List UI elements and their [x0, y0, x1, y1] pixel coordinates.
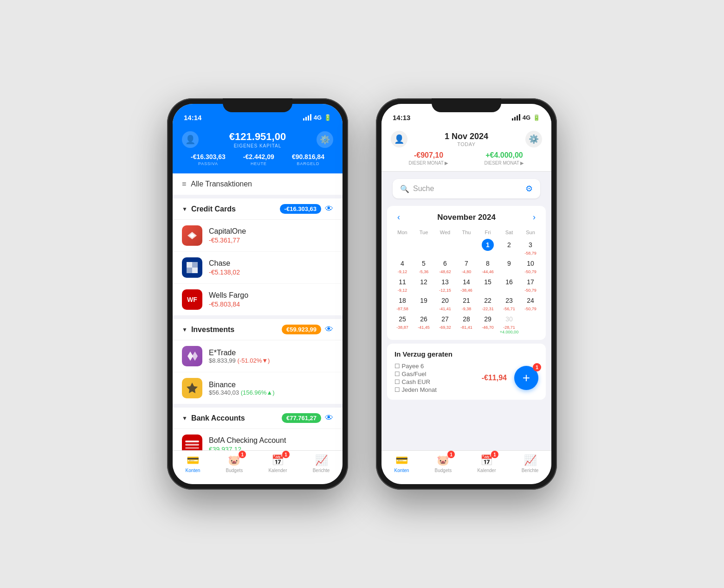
cal-cell[interactable]: 8-44,46 [477, 256, 498, 275]
cal-cell[interactable]: 11-9,12 [392, 275, 413, 294]
tab-budgets-2[interactable]: 🐷 1 Budgets [435, 454, 452, 473]
eye-icon-bank[interactable]: 👁 [325, 413, 333, 423]
cal-cell[interactable]: 15 [477, 275, 498, 294]
cal-cell[interactable]: 23-56,71 [498, 294, 520, 312]
cal-cell[interactable]: 14-38,46 [456, 275, 477, 294]
stat-passiva-label: PASSIVA [191, 161, 226, 166]
cal-cell[interactable]: 22-22,31 [477, 294, 498, 312]
cal-cell[interactable]: 5-5,36 [413, 256, 434, 275]
cal-cell[interactable]: 24-50,79 [520, 294, 541, 312]
investments-header[interactable]: ▼ Investments €59.923,99 👁 [173, 319, 343, 340]
group-arrow-bank: ▼ [182, 415, 187, 422]
cal-cell[interactable]: 10-50,79 [520, 256, 541, 275]
weekday-wed: Wed [434, 229, 456, 236]
cal-day [460, 239, 472, 251]
cal-cell[interactable] [456, 238, 477, 256]
account-etrade[interactable]: E*Trade $8.833,99 (-51.02%▼) [173, 340, 343, 372]
tab-kalender-2[interactable]: 📅 1 Kalender [477, 454, 496, 473]
bank-accounts-header[interactable]: ▼ Bank Accounts €77.761,27 👁 [173, 408, 343, 429]
settings-button-2[interactable]: ⚙️ [525, 131, 542, 147]
cal-cell[interactable] [392, 238, 413, 256]
status-time-2: 14:13 [393, 114, 410, 121]
cal-cell[interactable]: 20-41,41 [434, 294, 456, 312]
account-capitalone[interactable]: CapitalOne -€5.361,77 [173, 220, 343, 252]
cal-cell[interactable]: 30-28,71+4.000,00 [498, 312, 520, 335]
account-bofa[interactable]: BofA Checking Account €39.937,12 [173, 429, 343, 450]
account-wellsfargo[interactable]: WF Wells Fargo -€5.803,84 [173, 284, 343, 315]
total-label: EIGENES KAPITAL [229, 143, 286, 148]
cal-cell[interactable] [413, 238, 434, 256]
cal-cell[interactable]: 1 [477, 238, 498, 256]
calendar-nav: ‹ November 2024 › [392, 211, 541, 224]
svg-rect-0 [187, 262, 192, 268]
cal-cell[interactable]: 29-46,70 [477, 312, 498, 335]
cal-cell[interactable]: 21-9,38 [456, 294, 477, 312]
binance-detail: $56.340,03 (156.96%▲) [209, 389, 333, 396]
header2-date-value: 1 Nov 2024 [445, 132, 488, 141]
capitalone-logo [182, 225, 202, 246]
tab-berichte-2[interactable]: 📈 Berichte [522, 454, 539, 473]
cal-cell[interactable] [434, 238, 456, 256]
cal-cell[interactable]: 16 [498, 275, 520, 294]
account-chase[interactable]: Chase -€5.138,02 [173, 252, 343, 284]
tab-konten[interactable]: 💳 Konten [186, 454, 200, 473]
cal-cell[interactable]: 2 [498, 238, 520, 256]
cal-amount: -22,31 [482, 307, 494, 311]
chase-name: Chase [209, 259, 333, 268]
wellsfargo-logo: WF [182, 289, 202, 310]
cal-amount: -81,41 [460, 325, 472, 330]
cal-amount: -58,79 [524, 251, 537, 256]
cal-day: 1 [482, 239, 494, 251]
konten-icon: 💳 [187, 454, 199, 467]
eye-icon[interactable]: 👁 [325, 204, 333, 214]
cal-cell[interactable]: 28-81,41 [456, 312, 477, 335]
tab-kalender[interactable]: 📅 1 Kalender [268, 454, 287, 473]
settings-button[interactable]: ⚙️ [317, 131, 333, 148]
cal-cell[interactable]: 27-69,32 [434, 312, 456, 335]
tab-bar: 💳 Konten 🐷 1 Budgets 📅 1 Kalender 📈 Be [173, 450, 343, 484]
account-binance[interactable]: Binance $56.340,03 (156.96%▲) [173, 372, 343, 404]
budgets-icon: 🐷 1 [228, 454, 240, 467]
cal-day: 24 [524, 294, 537, 307]
cal-cell[interactable]: 3-58,79 [520, 238, 541, 256]
header2-stats: -€907,10 DIESER MONAT ▶ +€4.000,00 DIESE… [391, 151, 542, 166]
tab-berichte[interactable]: 📈 Berichte [313, 454, 330, 473]
tab-konten-2[interactable]: 💳 Konten [394, 454, 409, 473]
budgets-label-2: Budgets [435, 468, 452, 473]
cal-cell[interactable]: 19 [413, 294, 434, 312]
filter-icon[interactable]: ⚙ [525, 184, 533, 194]
cal-day: 7 [460, 257, 472, 269]
konten-icon-2: 💳 [395, 454, 408, 467]
prev-month-button[interactable]: ‹ [394, 211, 404, 224]
cal-cell[interactable]: 26-41,45 [413, 312, 434, 335]
cal-cell[interactable]: 4-9,12 [392, 256, 413, 275]
profile-button[interactable]: 👤 [182, 131, 199, 148]
eye-icon-inv[interactable]: 👁 [325, 325, 333, 334]
cal-cell[interactable]: 25-38,87 [392, 312, 413, 335]
search-bar[interactable]: 🔍 Suche ⚙ [393, 179, 540, 198]
signal-icon-2 [512, 114, 520, 121]
tab-budgets[interactable]: 🐷 1 Budgets [226, 454, 243, 473]
cal-day: 14 [460, 276, 472, 288]
cal-cell[interactable]: 13-12,15 [434, 275, 456, 294]
stat-heute: -€2.442,09 HEUTE [243, 153, 274, 166]
cal-cell[interactable]: 7-4,80 [456, 256, 477, 275]
cal-amount: -9,38 [462, 307, 472, 311]
stat-heute-label: HEUTE [243, 161, 274, 166]
cal-amount: -41,41 [439, 307, 451, 311]
cal-day: 12 [418, 276, 430, 288]
cal-cell[interactable]: 6-48,62 [434, 256, 456, 275]
cal-cell[interactable] [520, 312, 541, 335]
cal-cell[interactable]: 17-50,79 [520, 275, 541, 294]
next-month-button[interactable]: › [529, 211, 539, 224]
cal-cell[interactable]: 12 [413, 275, 434, 294]
cal-amount: -12,15 [439, 288, 451, 293]
cal-cell[interactable]: 18-87,58 [392, 294, 413, 312]
profile-button-2[interactable]: 👤 [391, 131, 407, 147]
cal-cell[interactable]: 9 [498, 256, 520, 275]
wellsfargo-name: Wells Fargo [209, 291, 333, 300]
credit-cards-header[interactable]: ▼ Credit Cards -€16.303,63 👁 [173, 198, 343, 220]
konten-label-2: Konten [394, 468, 409, 473]
cal-amount: -50,79 [524, 288, 537, 293]
overdue-amount: -€11,94 [482, 374, 507, 382]
